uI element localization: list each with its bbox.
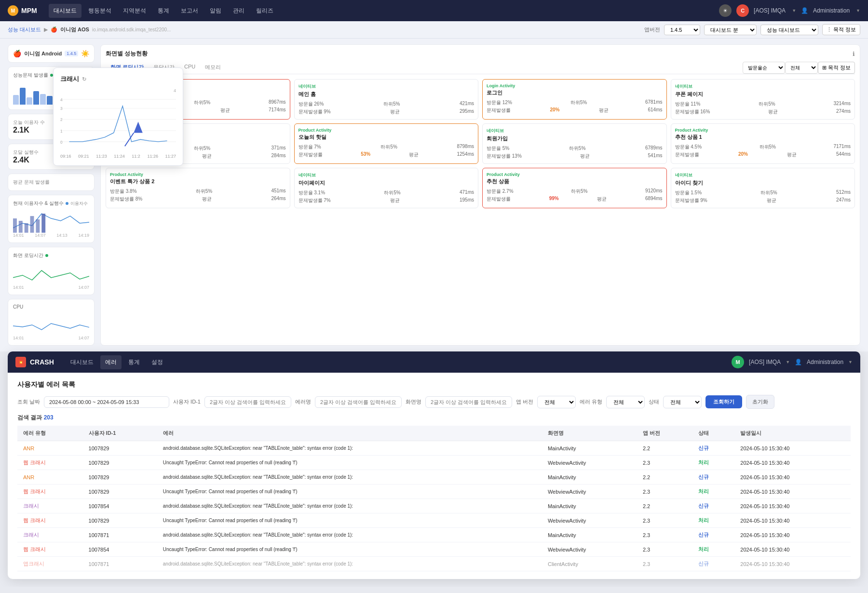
mpm-nav-alarm[interactable]: 알림	[205, 4, 226, 18]
screen-name-7: 추천 상품 1	[675, 134, 851, 141]
dot-143	[50, 74, 53, 77]
search-errortype-select[interactable]: 전체	[606, 396, 645, 408]
crash-nav-settings[interactable]: 설정	[147, 355, 168, 369]
svg-text:1: 1	[60, 129, 63, 134]
mpm-nav-manage[interactable]: 관리	[228, 4, 249, 18]
screen-stats-11: 방문율 1.5%하위5%512ms 문제발생률 9%평균247ms	[675, 189, 851, 204]
td-datetime: 2024-05-10 15:30:40	[734, 542, 851, 557]
td-userid: 1007871	[83, 557, 157, 571]
mpm-nav-report[interactable]: 보고서	[176, 4, 203, 18]
mpm-admin-chevron[interactable]: ▼	[856, 8, 860, 13]
screen-type-3: 네이티브	[675, 83, 851, 90]
crash-page-title: 사용자별 에러 목록	[17, 380, 851, 389]
sort-select[interactable]: 발문율순	[743, 62, 785, 74]
td-error: android.database.sqlite.SQLiteException:…	[157, 441, 542, 456]
td-status: 신규	[692, 499, 735, 513]
th-datetime: 발생일시	[734, 426, 851, 441]
td-error: android.database.sqlite.SQLiteException:…	[157, 528, 542, 542]
screen-card-9[interactable]: 네이티브 마이페이지 방문율 3.1%하위5%471ms 문제발생률 7%평균1…	[294, 168, 479, 208]
search-error-input[interactable]	[315, 396, 402, 408]
view-type-select[interactable]: 성능 대시보드	[760, 25, 818, 35]
crash-org-chevron[interactable]: ▼	[786, 360, 790, 364]
svg-rect-0	[13, 218, 17, 233]
screen-name-3: 쿠폰 페이지	[675, 91, 851, 98]
crash-nav-error[interactable]: 에러	[100, 355, 122, 369]
search-status-select[interactable]: 전체	[663, 396, 702, 408]
search-button[interactable]: 조회하기	[705, 395, 742, 408]
version-label: 앱버전	[644, 26, 660, 33]
mpm-nav-dashboard[interactable]: 대시보드	[49, 4, 81, 18]
crash-navbar: 💥 CRASH 대시보드 에러 통계 설정 M [AOS] IMQA ▼ 👤 A…	[8, 351, 860, 373]
crash-nav-stats[interactable]: 통계	[123, 355, 145, 369]
search-userid-label: 사용자 ID-1	[173, 398, 201, 405]
screen-card-6[interactable]: 네이티브 회원가입 방문율 5%하위5%6789ms 문제발생률 13%평균54…	[482, 123, 667, 164]
screen-stats-10: 방문율 2.7%하위5%9120ms 문제발생률99%평균6894ms	[487, 188, 663, 202]
td-status: 신규	[692, 528, 735, 542]
cpu-card: CPU 14:0114:07	[8, 299, 95, 346]
table-row[interactable]: 웹 크래시 1007854 Uncaught TypeError: Cannot…	[17, 542, 851, 557]
result-count: 검색 결과 203	[17, 414, 851, 422]
reset-button[interactable]: 초기화	[746, 395, 774, 409]
screen-card-1[interactable]: 네이티브 메인 홈 방문율 26%하위5%421ms 문제발생률 9%평균295…	[294, 79, 479, 120]
td-userid: 1007829	[83, 470, 157, 485]
screen-card-10[interactable]: Product Activity 추천 상품 방문율 2.7%하위5%9120m…	[482, 168, 667, 208]
info-icon: ℹ	[853, 51, 855, 57]
more-options-button[interactable]: ⋮ 목적 정보	[822, 24, 860, 35]
screen-card-5[interactable]: Product Activity 오늘의 핫딜 방문율 7%하위5%8798ms…	[294, 123, 479, 164]
search-date-input[interactable]	[44, 396, 169, 408]
crash-table-body: ANR 1007829 android.database.sqlite.SQLi…	[17, 441, 851, 571]
dot-load	[45, 254, 48, 257]
crash-admin-chevron[interactable]: ▼	[848, 360, 853, 364]
mpm-nav-release[interactable]: 릴리즈	[251, 4, 278, 18]
td-status: 처리	[692, 456, 735, 470]
crash-popup-refresh[interactable]: ↻	[82, 76, 86, 82]
td-userid: 1007829	[83, 513, 157, 528]
mpm-org-chevron[interactable]: ▼	[792, 8, 796, 13]
crash-nav-right: M [AOS] IMQA ▼ 👤 Administration ▼	[732, 356, 853, 368]
td-status: 처리	[692, 513, 735, 528]
cpu-label: CPU	[13, 304, 89, 310]
screen-card-2[interactable]: Login Activity 로그인 방문율 12%하위5%6781ms 문제발…	[482, 79, 667, 120]
td-status: 신규	[692, 557, 735, 571]
mpm-nav-stats[interactable]: 통계	[153, 4, 174, 18]
search-version-select[interactable]: 전체	[537, 396, 576, 408]
td-error: Uncaught TypeError: Cannot read properti…	[157, 513, 542, 528]
td-error: Uncaught TypeError: Cannot read properti…	[157, 542, 542, 557]
screen-card-8[interactable]: Product Activity 이벤트 특가 상품 2 방문율 3.8%하위5…	[106, 168, 290, 208]
table-row[interactable]: 크래시 1007854 android.database.sqlite.SQLi…	[17, 499, 851, 513]
table-row[interactable]: 웹 크래시 1007829 Uncaught TypeError: Cannot…	[17, 485, 851, 499]
table-row[interactable]: 웹 크래시 1007829 Uncaught TypeError: Cannot…	[17, 513, 851, 528]
td-datetime: 2024-05-10 15:30:40	[734, 528, 851, 542]
td-version: 2.3	[637, 485, 692, 499]
svg-line-17	[125, 133, 134, 146]
td-userid: 1007854	[83, 499, 157, 513]
screen-card-11[interactable]: 네이티브 아이디 찾기 방문율 1.5%하위5%512ms 문제발생률 9%평균…	[671, 168, 855, 208]
screen-card-7[interactable]: Product Activity 추천 상품 1 방문율 4.5%하위5%717…	[671, 123, 855, 164]
mpm-nav-region[interactable]: 지역분석	[118, 4, 151, 18]
table-row[interactable]: 웹 크래시 1007829 Uncaught TypeError: Cannot…	[17, 456, 851, 470]
crash-search-bar: 조회 날짜 사용자 ID-1 에러명 화면명 앱 버전 전체 에러 유형 전체 …	[17, 395, 851, 409]
td-datetime: 2024-05-10 15:30:40	[734, 485, 851, 499]
table-row[interactable]: ANR 1007829 android.database.sqlite.SQLi…	[17, 470, 851, 485]
load-time-chart	[13, 261, 89, 285]
table-row[interactable]: 앱크래시 1007871 android.database.sqlite.SQL…	[17, 557, 851, 571]
table-view-button[interactable]: ⊞ 목적 정보	[818, 62, 855, 74]
version-select[interactable]: 1.4.5	[664, 25, 700, 35]
load-time-xaxis: 14:0114:07	[13, 285, 89, 290]
mpm-nav-behavior[interactable]: 행동분석	[83, 4, 116, 18]
mpm-admin-label[interactable]: Administration	[813, 7, 850, 14]
svg-rect-5	[41, 214, 45, 233]
tab-memory[interactable]: 메모리	[200, 62, 226, 74]
table-row[interactable]: 크래시 1007871 android.database.sqlite.SQLi…	[17, 528, 851, 542]
crash-admin-label[interactable]: Administration	[807, 359, 843, 365]
search-userid-input[interactable]	[204, 396, 291, 408]
dashboard-type-select[interactable]: 대시보드 분	[704, 25, 757, 35]
search-screen-input[interactable]	[425, 396, 512, 408]
filter-all-select[interactable]: 전체	[785, 62, 818, 74]
table-row[interactable]: ANR 1007829 android.database.sqlite.SQLi…	[17, 441, 851, 456]
search-version-label: 앱 버전	[516, 398, 533, 405]
screen-stats-5: 방문율 7%하위5%8798ms 문제발생률53%평균1254ms	[298, 144, 475, 158]
th-screen: 화면명	[542, 426, 637, 441]
screen-card-3[interactable]: 네이티브 쿠폰 페이지 방문율 11%하위5%3214ms 문제발생률 16%평…	[671, 79, 855, 120]
crash-nav-dashboard[interactable]: 대시보드	[66, 355, 98, 369]
